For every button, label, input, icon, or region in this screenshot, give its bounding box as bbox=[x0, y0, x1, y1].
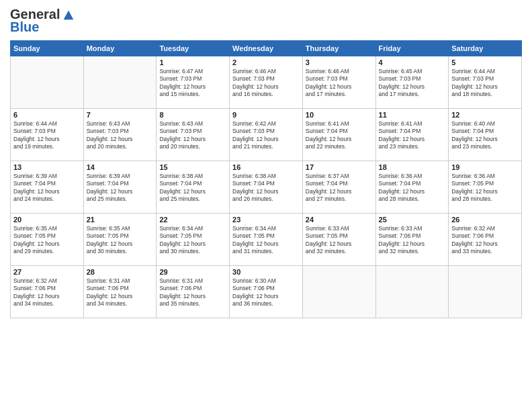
day-info: Sunrise: 6:38 AM Sunset: 7:04 PM Dayligh… bbox=[232, 173, 300, 203]
day-info: Sunrise: 6:44 AM Sunset: 7:03 PM Dayligh… bbox=[451, 68, 519, 99]
calendar-cell: 6Sunrise: 6:44 AM Sunset: 7:03 PM Daylig… bbox=[11, 109, 84, 161]
day-info: Sunrise: 6:34 AM Sunset: 7:05 PM Dayligh… bbox=[232, 225, 300, 256]
day-number: 26 bbox=[451, 216, 519, 224]
day-number: 12 bbox=[451, 111, 519, 119]
calendar-cell: 5Sunrise: 6:44 AM Sunset: 7:03 PM Daylig… bbox=[449, 56, 522, 109]
day-info: Sunrise: 6:33 AM Sunset: 7:05 PM Dayligh… bbox=[306, 225, 373, 256]
day-number: 27 bbox=[13, 268, 81, 276]
day-number: 16 bbox=[232, 163, 300, 171]
calendar-cell: 9Sunrise: 6:42 AM Sunset: 7:03 PM Daylig… bbox=[230, 109, 303, 161]
day-number: 28 bbox=[87, 268, 154, 276]
calendar-week-row: 1Sunrise: 6:47 AM Sunset: 7:03 PM Daylig… bbox=[11, 56, 522, 109]
calendar-cell: 30Sunrise: 6:30 AM Sunset: 7:06 PM Dayli… bbox=[230, 266, 303, 318]
calendar-week-row: 13Sunrise: 6:39 AM Sunset: 7:04 PM Dayli… bbox=[11, 161, 522, 214]
day-number: 4 bbox=[379, 58, 446, 66]
calendar-cell: 4Sunrise: 6:45 AM Sunset: 7:03 PM Daylig… bbox=[375, 56, 449, 109]
calendar-cell: 27Sunrise: 6:32 AM Sunset: 7:06 PM Dayli… bbox=[11, 266, 84, 318]
calendar-cell: 11Sunrise: 6:41 AM Sunset: 7:04 PM Dayli… bbox=[375, 109, 449, 161]
calendar-cell bbox=[449, 266, 522, 318]
calendar-cell: 23Sunrise: 6:34 AM Sunset: 7:05 PM Dayli… bbox=[230, 214, 303, 266]
day-number: 3 bbox=[306, 58, 373, 66]
calendar-table: SundayMondayTuesdayWednesdayThursdayFrid… bbox=[10, 40, 522, 318]
calendar-cell bbox=[83, 56, 157, 109]
calendar-cell: 3Sunrise: 6:46 AM Sunset: 7:03 PM Daylig… bbox=[302, 56, 375, 109]
day-info: Sunrise: 6:38 AM Sunset: 7:04 PM Dayligh… bbox=[159, 173, 226, 203]
calendar-week-row: 6Sunrise: 6:44 AM Sunset: 7:03 PM Daylig… bbox=[11, 109, 522, 161]
day-info: Sunrise: 6:35 AM Sunset: 7:05 PM Dayligh… bbox=[13, 225, 81, 256]
day-info: Sunrise: 6:41 AM Sunset: 7:04 PM Dayligh… bbox=[379, 120, 446, 151]
calendar-week-row: 20Sunrise: 6:35 AM Sunset: 7:05 PM Dayli… bbox=[11, 214, 522, 266]
calendar-cell: 14Sunrise: 6:39 AM Sunset: 7:04 PM Dayli… bbox=[83, 161, 157, 214]
calendar-cell bbox=[375, 266, 449, 318]
day-info: Sunrise: 6:46 AM Sunset: 7:03 PM Dayligh… bbox=[306, 68, 373, 99]
calendar-cell: 2Sunrise: 6:46 AM Sunset: 7:03 PM Daylig… bbox=[230, 56, 303, 109]
day-number: 20 bbox=[13, 216, 81, 224]
day-number: 10 bbox=[306, 111, 373, 119]
weekday-header: Monday bbox=[83, 41, 157, 56]
calendar-cell: 26Sunrise: 6:32 AM Sunset: 7:06 PM Dayli… bbox=[449, 214, 522, 266]
day-number: 9 bbox=[232, 111, 300, 119]
day-number: 7 bbox=[87, 111, 154, 119]
day-info: Sunrise: 6:36 AM Sunset: 7:05 PM Dayligh… bbox=[451, 173, 519, 203]
day-number: 24 bbox=[306, 216, 373, 224]
day-number: 17 bbox=[306, 163, 373, 171]
day-info: Sunrise: 6:33 AM Sunset: 7:06 PM Dayligh… bbox=[379, 225, 446, 256]
calendar-cell: 24Sunrise: 6:33 AM Sunset: 7:05 PM Dayli… bbox=[302, 214, 375, 266]
day-info: Sunrise: 6:42 AM Sunset: 7:03 PM Dayligh… bbox=[232, 120, 300, 151]
day-number: 8 bbox=[159, 111, 226, 119]
day-info: Sunrise: 6:45 AM Sunset: 7:03 PM Dayligh… bbox=[379, 68, 446, 99]
weekday-header: Tuesday bbox=[157, 41, 230, 56]
day-info: Sunrise: 6:43 AM Sunset: 7:03 PM Dayligh… bbox=[159, 120, 226, 151]
calendar-cell: 25Sunrise: 6:33 AM Sunset: 7:06 PM Dayli… bbox=[375, 214, 449, 266]
logo-icon bbox=[61, 7, 76, 22]
day-info: Sunrise: 6:31 AM Sunset: 7:06 PM Dayligh… bbox=[87, 277, 154, 308]
day-info: Sunrise: 6:31 AM Sunset: 7:06 PM Dayligh… bbox=[159, 277, 226, 308]
day-number: 6 bbox=[13, 111, 81, 119]
day-info: Sunrise: 6:39 AM Sunset: 7:04 PM Dayligh… bbox=[13, 173, 81, 203]
calendar-cell: 29Sunrise: 6:31 AM Sunset: 7:06 PM Dayli… bbox=[157, 266, 230, 318]
weekday-header: Sunday bbox=[11, 41, 84, 56]
day-number: 25 bbox=[379, 216, 446, 224]
day-info: Sunrise: 6:46 AM Sunset: 7:03 PM Dayligh… bbox=[232, 68, 300, 99]
day-info: Sunrise: 6:40 AM Sunset: 7:04 PM Dayligh… bbox=[451, 120, 519, 151]
day-info: Sunrise: 6:34 AM Sunset: 7:05 PM Dayligh… bbox=[159, 225, 226, 256]
calendar-cell: 22Sunrise: 6:34 AM Sunset: 7:05 PM Dayli… bbox=[157, 214, 230, 266]
calendar-cell: 8Sunrise: 6:43 AM Sunset: 7:03 PM Daylig… bbox=[157, 109, 230, 161]
day-number: 5 bbox=[451, 58, 519, 66]
calendar-cell: 19Sunrise: 6:36 AM Sunset: 7:05 PM Dayli… bbox=[449, 161, 522, 214]
weekday-header: Saturday bbox=[449, 41, 522, 56]
calendar-cell: 13Sunrise: 6:39 AM Sunset: 7:04 PM Dayli… bbox=[11, 161, 84, 214]
day-info: Sunrise: 6:32 AM Sunset: 7:06 PM Dayligh… bbox=[451, 225, 519, 256]
calendar-cell: 10Sunrise: 6:41 AM Sunset: 7:04 PM Dayli… bbox=[302, 109, 375, 161]
day-info: Sunrise: 6:44 AM Sunset: 7:03 PM Dayligh… bbox=[13, 120, 81, 151]
day-number: 21 bbox=[87, 216, 154, 224]
svg-marker-0 bbox=[64, 10, 74, 19]
day-info: Sunrise: 6:36 AM Sunset: 7:04 PM Dayligh… bbox=[379, 173, 446, 203]
day-number: 11 bbox=[379, 111, 446, 119]
calendar-cell: 12Sunrise: 6:40 AM Sunset: 7:04 PM Dayli… bbox=[449, 109, 522, 161]
calendar-cell: 21Sunrise: 6:35 AM Sunset: 7:05 PM Dayli… bbox=[83, 214, 157, 266]
day-number: 30 bbox=[232, 268, 300, 276]
calendar-cell: 1Sunrise: 6:47 AM Sunset: 7:03 PM Daylig… bbox=[157, 56, 230, 109]
day-number: 19 bbox=[451, 163, 519, 171]
calendar-cell: 18Sunrise: 6:36 AM Sunset: 7:04 PM Dayli… bbox=[375, 161, 449, 214]
calendar-cell: 7Sunrise: 6:43 AM Sunset: 7:03 PM Daylig… bbox=[83, 109, 157, 161]
day-number: 15 bbox=[159, 163, 226, 171]
day-number: 13 bbox=[13, 163, 81, 171]
day-info: Sunrise: 6:30 AM Sunset: 7:06 PM Dayligh… bbox=[232, 277, 300, 308]
calendar-cell: 15Sunrise: 6:38 AM Sunset: 7:04 PM Dayli… bbox=[157, 161, 230, 214]
logo: General Blue bbox=[10, 7, 76, 35]
day-number: 23 bbox=[232, 216, 300, 224]
calendar-week-row: 27Sunrise: 6:32 AM Sunset: 7:06 PM Dayli… bbox=[11, 266, 522, 318]
weekday-header: Thursday bbox=[302, 41, 375, 56]
day-number: 1 bbox=[159, 58, 226, 66]
calendar-cell: 17Sunrise: 6:37 AM Sunset: 7:04 PM Dayli… bbox=[302, 161, 375, 214]
day-info: Sunrise: 6:41 AM Sunset: 7:04 PM Dayligh… bbox=[306, 120, 373, 151]
day-info: Sunrise: 6:37 AM Sunset: 7:04 PM Dayligh… bbox=[306, 173, 373, 203]
day-number: 18 bbox=[379, 163, 446, 171]
day-number: 2 bbox=[232, 58, 300, 66]
calendar-cell bbox=[11, 56, 84, 109]
weekday-header: Wednesday bbox=[230, 41, 303, 56]
day-number: 29 bbox=[159, 268, 226, 276]
day-info: Sunrise: 6:47 AM Sunset: 7:03 PM Dayligh… bbox=[159, 68, 226, 99]
